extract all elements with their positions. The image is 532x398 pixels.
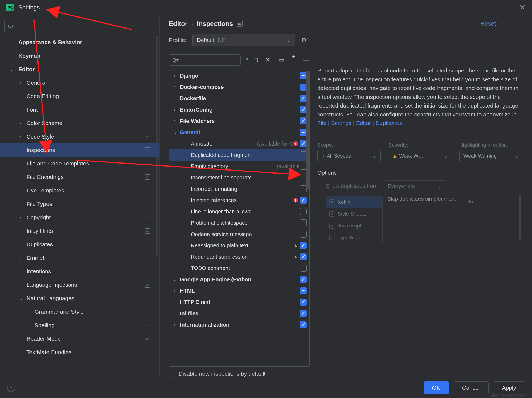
inspection-duplicated-code-fragmen[interactable]: Duplicated code fragmen <box>169 149 309 161</box>
toggle-icon[interactable]: ▭ <box>278 57 285 64</box>
inspection-checkbox[interactable]: ✓ <box>300 140 307 147</box>
gear-icon[interactable]: ⚙⌄ <box>301 37 307 44</box>
inspection-checkbox[interactable] <box>300 265 307 272</box>
language-checkbox[interactable]: ✓ <box>329 211 335 217</box>
inspection-checkbox[interactable] <box>300 163 307 170</box>
reset-button[interactable]: Reset <box>480 20 496 27</box>
language-list[interactable]: ✓Kotlin✓Style Sheets✓JavaScript✓TypeScri… <box>326 196 383 244</box>
inspection-checkbox[interactable] <box>300 208 307 215</box>
sidebar-item-textmate-bundles[interactable]: TextMate Bundles <box>0 345 159 359</box>
sidebar-item-appearance-behavior[interactable]: Appearance & Behavior <box>0 36 159 49</box>
inspection-checkbox[interactable] <box>300 219 307 226</box>
inspection-editorconfig[interactable]: ›EditorConfig✓ <box>169 104 309 115</box>
inspection-checkbox[interactable]: ✓ <box>300 242 307 249</box>
inspection-http-client[interactable]: ›HTTP Client✓ <box>169 296 309 308</box>
language-item-typescript[interactable]: ✓TypeScript <box>326 232 382 244</box>
disable-new-checkbox[interactable] <box>169 371 175 377</box>
inspection-checkbox[interactable]: − <box>300 287 307 294</box>
expand-all-icon[interactable]: ⇅ <box>253 57 260 64</box>
sidebar-item-intentions[interactable]: Intentions <box>0 265 159 278</box>
inspection-todo-comment[interactable]: TODO comment <box>169 262 309 274</box>
inspection-qodana-service-message[interactable]: Qodana service message <box>169 229 309 240</box>
sidebar-item-inspections[interactable]: Inspections▭ <box>0 143 159 157</box>
language-checkbox[interactable]: ✓ <box>329 223 335 229</box>
sidebar-item-code-editing[interactable]: Code Editing <box>0 89 159 103</box>
collapse-all-icon[interactable]: ✕ <box>264 57 271 64</box>
sidebar-item-file-encodings[interactable]: File Encodings▭ <box>0 170 159 184</box>
language-item-style-sheets[interactable]: ✓Style Sheets <box>326 208 382 220</box>
sidebar-item-grammar-and-style[interactable]: Grammar and Style <box>0 305 159 319</box>
inspection-checkbox[interactable] <box>300 185 307 192</box>
inspection-checkbox[interactable]: ✓ <box>300 95 307 102</box>
profile-select[interactable]: Default IDE ⌄ <box>192 34 295 46</box>
sidebar-item-inlay-hints[interactable]: Inlay Hints▭ <box>0 224 159 238</box>
breadcrumb-editor[interactable]: Editor <box>169 20 187 27</box>
add-icon[interactable]: ＋⌄ <box>289 52 298 68</box>
inspection-redundant-suppression[interactable]: Redundant suppression▲✓ <box>169 251 309 262</box>
back-arrow-icon[interactable]: ← <box>500 20 509 27</box>
inspection-checkbox[interactable]: ✓ <box>300 106 307 113</box>
sidebar-item-duplicates[interactable]: Duplicates <box>0 238 159 251</box>
sidebar-item-reader-mode[interactable]: Reader Mode▭ <box>0 332 159 345</box>
sidebar-item-general[interactable]: ›General <box>0 76 159 89</box>
duplicates-settings-link[interactable]: File | Settings | Editor | Duplicates <box>317 120 402 126</box>
skip-input[interactable] <box>461 196 480 207</box>
inspection-reassigned-to-plain-text[interactable]: Reassigned to plain text▲✓ <box>169 240 309 251</box>
close-icon[interactable]: ✕ <box>519 3 526 12</box>
help-icon[interactable]: ? <box>7 384 15 392</box>
sidebar-item-code-style[interactable]: ›Code Style▭ <box>0 130 159 143</box>
inspection-file-watchers[interactable]: ›File Watchers✓ <box>169 115 309 127</box>
apply-button[interactable]: Apply <box>493 381 525 394</box>
inspection-checkbox[interactable]: ✓ <box>300 253 307 260</box>
sidebar-item-color-scheme[interactable]: ›Color Scheme <box>0 116 159 130</box>
inspection-checkbox[interactable] <box>300 174 307 181</box>
inspection-empty-directory[interactable]: Empty directory (available <box>169 161 309 172</box>
inspection-checkbox[interactable]: ✓ <box>300 117 307 124</box>
scrollbar[interactable] <box>306 71 309 189</box>
sidebar-item-file-types[interactable]: File Types <box>0 197 159 211</box>
inspection-line-is-longer-than-allowe[interactable]: Line is longer than allowe <box>169 206 309 217</box>
scrollbar[interactable] <box>519 195 521 240</box>
highlighting-select[interactable]: Weak Warning⌄ <box>459 150 523 162</box>
language-checkbox[interactable]: ✓ <box>329 235 335 240</box>
inspection-google-app-engine-python[interactable]: ›Google App Engine (Python✓ <box>169 274 309 285</box>
settings-tree[interactable]: Appearance & BehaviorKeymap⌄Editor›Gener… <box>0 36 159 377</box>
inspection-checkbox[interactable]: ✓ <box>300 321 307 328</box>
sidebar-item-spelling[interactable]: Spelling▭ <box>0 319 159 332</box>
inspection-checkbox[interactable]: − <box>300 129 307 136</box>
inspection-inconsistent-line-separatc[interactable]: Inconsistent line separatc <box>169 172 309 183</box>
inspection-internationalization[interactable]: ›Internationalization✓ <box>169 319 309 330</box>
inspection-annotator[interactable]: Annotator (available for C!✓ <box>169 138 309 149</box>
inspection-search[interactable]: Q▾ <box>169 54 241 66</box>
ok-button[interactable]: OK <box>424 381 449 394</box>
settings-search[interactable]: Q▾ <box>4 20 155 33</box>
sidebar-item-live-templates[interactable]: Live Templates <box>0 184 159 197</box>
scope-select[interactable]: In All Scopes⌄ <box>317 150 381 162</box>
inspection-checkbox[interactable]: − <box>300 84 307 91</box>
show-from-select[interactable]: Everywhere⌄ <box>384 180 446 192</box>
language-checkbox[interactable]: ✓ <box>329 199 335 205</box>
inspection-checkbox[interactable]: ✓ <box>300 197 307 204</box>
cancel-button[interactable]: Cancel <box>453 381 489 394</box>
inspection-checkbox[interactable] <box>300 151 307 158</box>
inspection-checkbox[interactable]: ✓ <box>300 276 307 283</box>
inspection-incorrect-formatting[interactable]: Incorrect formatting <box>169 183 309 195</box>
sidebar-item-emmet[interactable]: ›Emmet <box>0 251 159 265</box>
filter-icon[interactable]: ⫯ <box>244 57 250 64</box>
inspection-dockerfile[interactable]: ›Dockerfile✓ <box>169 93 309 104</box>
inspection-tree[interactable]: ›Django−›Docker-compose−›Dockerfile✓›Edi… <box>169 70 310 367</box>
inspection-injected-references[interactable]: Injected references!✓ <box>169 195 309 206</box>
sidebar-item-font[interactable]: Font <box>0 103 159 116</box>
language-item-kotlin[interactable]: ✓Kotlin <box>326 196 382 208</box>
sidebar-item-language-injections[interactable]: Language Injections▭ <box>0 278 159 292</box>
inspection-ini-files[interactable]: ›Ini files✓ <box>169 308 309 319</box>
sidebar-item-natural-languages[interactable]: ⌄Natural Languages <box>0 292 159 305</box>
inspection-docker-compose[interactable]: ›Docker-compose− <box>169 81 309 93</box>
inspection-checkbox[interactable] <box>300 231 307 238</box>
inspection-checkbox[interactable]: − <box>300 72 307 79</box>
inspection-django[interactable]: ›Django− <box>169 70 309 81</box>
sidebar-item-editor[interactable]: ⌄Editor <box>0 63 159 76</box>
inspection-checkbox[interactable]: ✓ <box>300 299 307 306</box>
sidebar-item-keymap[interactable]: Keymap <box>0 49 159 63</box>
severity-select[interactable]: ▲ Weak W…⌄ <box>388 150 452 162</box>
